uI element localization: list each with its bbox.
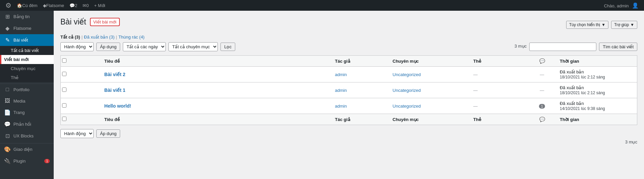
plugins-badge: 1 — [44, 159, 50, 163]
category-select[interactable]: Tất cả chuyên mục — [168, 42, 218, 51]
sidebar-item-plugins[interactable]: 🔌 Plugin 1 — [0, 155, 54, 167]
wp-logo-icon[interactable]: ⚙ — [3, 1, 14, 9]
sidebar-item-new-post[interactable]: Viết bài mới — [0, 55, 54, 64]
col-title-header: Tiêu đề — [101, 56, 332, 67]
col-tags-header: Thẻ — [470, 56, 528, 67]
filter-bar-top: Hành động Áp dụng Tất cả các ngày Tất cả… — [60, 42, 637, 51]
row-tags-cell: — — [470, 98, 528, 114]
row-comments-cell: — — [528, 82, 556, 98]
sidebar-item-ux-blocks[interactable]: ⊡ UX Blocks — [0, 130, 54, 142]
tab-all[interactable]: Tất cả (3) — [60, 35, 80, 40]
action-select-bottom[interactable]: Hành động — [60, 129, 94, 138]
sidebar-item-media[interactable]: 🖼 Media — [0, 95, 54, 107]
author-link[interactable]: admin — [335, 104, 347, 109]
category-link[interactable]: Uncategorized — [393, 88, 421, 93]
row-author-cell: admin — [332, 67, 389, 82]
sort-title-link[interactable]: Tiêu đề — [104, 59, 120, 64]
help-button[interactable]: Trợ giúp ▼ — [611, 21, 637, 29]
date-value: 18/10/2021 lúc 2:12 sáng — [560, 75, 605, 79]
sidebar-item-posts[interactable]: ✎ Bài viết — [0, 34, 54, 46]
table-row: Bài viết 2 admin Uncategorized — — Đã xu… — [61, 67, 637, 82]
row-category-cell: Uncategorized — [389, 98, 470, 114]
row-author-cell: admin — [332, 82, 389, 98]
sidebar-item-portfolio[interactable]: □ Portfolio — [0, 83, 54, 95]
flatsome-icon: ◆ — [43, 3, 46, 8]
adminbar-comments[interactable]: 💬 2 — [67, 0, 80, 11]
pages-icon: 📄 — [4, 109, 11, 116]
adminbar-home[interactable]: 🏠 Cú đêm — [14, 0, 40, 11]
category-link[interactable]: Uncategorized — [393, 104, 421, 109]
wp-wrap: ⊞ Bảng tin ◆ Flatsome ✎ Bài viết Tất cả … — [0, 11, 644, 179]
post-title-link[interactable]: Hello world! — [104, 103, 131, 109]
date-value: 14/10/2021 lúc 9:38 sáng — [560, 106, 605, 111]
add-new-post-button[interactable]: Viết bài mới — [90, 18, 119, 26]
date-status: Đã xuất bản — [560, 85, 584, 90]
sidebar-item-categories[interactable]: Chuyên mục — [0, 64, 54, 73]
tab-trash[interactable]: Thùng rác (4) — [118, 35, 145, 40]
search-input[interactable] — [529, 43, 596, 51]
comments-col-icon: 💬 — [539, 58, 545, 64]
sort-date-link[interactable]: Thời gian — [560, 59, 579, 64]
row-checkbox-cell — [61, 82, 101, 98]
home-icon: 🏠 — [17, 3, 22, 8]
row-checkbox[interactable] — [62, 87, 66, 92]
item-count-top: 3 mục — [514, 44, 527, 49]
flatsome-sidebar-icon: ◆ — [4, 25, 11, 32]
post-title-link[interactable]: Bài viết 1 — [104, 87, 126, 93]
chevron-down-icon-help: ▼ — [630, 22, 634, 27]
sidebar-item-all-posts[interactable]: Tất cả bài viết — [0, 46, 54, 55]
select-all-checkbox-footer[interactable] — [62, 117, 66, 121]
col-title-footer: Tiêu đề — [101, 114, 332, 125]
row-category-cell: Uncategorized — [389, 82, 470, 98]
col-tags-footer: Thẻ — [470, 114, 528, 125]
col-comments-header: 💬 — [528, 56, 556, 67]
date-select[interactable]: Tất cả các ngày — [123, 42, 166, 51]
tags-value: — — [473, 88, 478, 93]
posts-submenu: Tất cả bài viết Viết bài mới Chuyên mục … — [0, 46, 54, 82]
appearance-icon: 🎨 — [4, 146, 11, 153]
col-date-header: Thời gian — [556, 56, 637, 67]
admin-bar: ⚙ 🏠 Cú đêm ◆ Flatsome 💬 2 ✉ 0 + Mới Chào… — [0, 0, 644, 11]
row-checkbox[interactable] — [62, 103, 66, 108]
author-link[interactable]: admin — [335, 88, 347, 93]
category-link[interactable]: Uncategorized — [393, 72, 421, 77]
col-comments-footer: 💬 — [528, 114, 556, 125]
media-icon: 🖼 — [4, 98, 11, 104]
col-check-header — [61, 56, 101, 67]
action-select-top[interactable]: Hành động — [60, 42, 94, 51]
apply-button-bottom[interactable]: Áp dụng — [96, 129, 120, 138]
tags-value: — — [473, 104, 478, 109]
adminbar-updates[interactable]: ✉ 0 — [80, 0, 91, 11]
apply-button-top[interactable]: Áp dụng — [96, 43, 120, 51]
sidebar-item-pages[interactable]: 📄 Trang — [0, 107, 54, 118]
screen-options-button[interactable]: Tùy chọn hiển thị ▼ — [566, 21, 608, 29]
row-author-cell: admin — [332, 98, 389, 114]
row-checkbox[interactable] — [62, 72, 66, 76]
filter-button[interactable]: Lọc — [220, 43, 235, 51]
filter-bar-left: Hành động Áp dụng Tất cả các ngày Tất cả… — [60, 42, 235, 51]
comments-dash: — — [540, 88, 544, 93]
select-all-checkbox[interactable] — [62, 58, 66, 63]
sidebar-item-comments[interactable]: 💬 Phản hồi — [0, 118, 54, 130]
row-date-cell: Đã xuất bản 18/10/2021 lúc 2:12 sáng — [556, 82, 637, 98]
search-button[interactable]: Tìm các bài viết — [599, 43, 637, 51]
sidebar-item-tags[interactable]: Thẻ — [0, 73, 54, 82]
comments-col-icon-footer: 💬 — [539, 117, 545, 122]
table-footer-row: Tiêu đề Tác giả Chuyên mục Thẻ 💬 Thời gi… — [61, 114, 637, 125]
comments-dash: — — [540, 72, 544, 77]
portfolio-icon: □ — [4, 86, 11, 93]
row-tags-cell: — — [470, 67, 528, 82]
adminbar-greeting[interactable]: Chào, admin 👤 — [601, 2, 641, 9]
author-link[interactable]: admin — [335, 72, 347, 77]
sidebar-item-dashboard[interactable]: ⊞ Bảng tin — [0, 11, 54, 22]
plugins-icon: 🔌 — [4, 158, 11, 164]
sidebar-item-appearance[interactable]: 🎨 Giao diện — [0, 143, 54, 155]
row-date-cell: Đã xuất bản 14/10/2021 lúc 9:38 sáng — [556, 98, 637, 114]
tab-published[interactable]: Đã xuất bản (3) — [84, 35, 114, 40]
comment-count-badge[interactable]: 1 — [539, 104, 545, 109]
adminbar-flatsome[interactable]: ◆ Flatsome — [40, 0, 67, 11]
post-title-link[interactable]: Bài viết 2 — [104, 72, 126, 77]
sidebar-item-flatsome[interactable]: ◆ Flatsome — [0, 22, 54, 34]
row-checkbox-cell — [61, 67, 101, 82]
adminbar-new[interactable]: + Mới — [91, 0, 108, 11]
